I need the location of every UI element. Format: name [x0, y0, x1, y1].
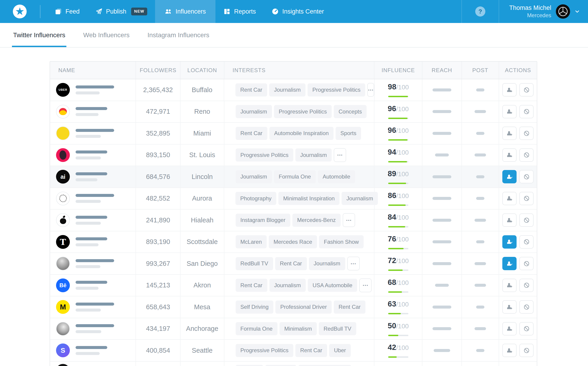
reach-cell: [422, 188, 462, 209]
follow-button[interactable]: [502, 257, 517, 270]
block-button[interactable]: [519, 148, 534, 162]
block-button[interactable]: [519, 322, 534, 336]
block-button[interactable]: [519, 257, 534, 270]
follow-button[interactable]: [502, 279, 517, 292]
interests-cell: Self DrivingProfessional DriverRent Car: [224, 296, 375, 318]
influencer-row[interactable]: 482,552AuroraPhotographyMinimalist Inspi…: [50, 188, 537, 210]
influence-score: 89/100: [388, 169, 409, 178]
location: Seattle: [192, 347, 212, 354]
name-placeholder: [75, 107, 107, 116]
block-button[interactable]: [519, 279, 534, 292]
reach-cell: [422, 362, 462, 366]
person-check-icon: [506, 260, 513, 267]
reach-placeholder: [432, 197, 451, 200]
star-icon: ★: [15, 6, 24, 16]
block-button[interactable]: [519, 300, 534, 314]
interest-tag: Rent Car: [236, 279, 267, 292]
influencer-row[interactable]: S400,854SeattleProgressive PoliticsRent …: [50, 340, 537, 362]
follow-button[interactable]: [502, 83, 517, 97]
tab-twitter-influencers[interactable]: Twitter Influencers: [13, 23, 65, 47]
person-add-icon: [506, 195, 513, 202]
follow-button[interactable]: [502, 300, 517, 314]
name-placeholder: [75, 151, 107, 160]
influencer-row[interactable]: M658,643MesaSelf DrivingProfessional Dri…: [50, 296, 537, 318]
dark-logo: [56, 364, 70, 366]
interest-tag: Photography: [235, 192, 276, 205]
nav-item-feed[interactable]: Feed: [47, 0, 88, 23]
tab-instagram-influencers[interactable]: Instagram Influencers: [147, 23, 209, 47]
nav-item-insights-center[interactable]: Insights Center: [264, 0, 332, 23]
more-interests-button[interactable]: ...: [367, 83, 374, 97]
follow-button[interactable]: [502, 192, 517, 205]
nav-item-influencers[interactable]: Influencers: [155, 0, 215, 23]
influencer-row[interactable]: T893,190ScottsdaleMcLarenMercedes RaceFa…: [50, 231, 537, 253]
block-button[interactable]: [519, 214, 534, 227]
nav-item-label: Publish: [106, 8, 127, 15]
follow-button[interactable]: [502, 105, 517, 118]
follow-button[interactable]: [502, 214, 517, 227]
followers-count: 434,197: [146, 325, 170, 332]
actions-cell: [499, 210, 537, 231]
influence-bar-fill: [388, 356, 397, 358]
influence-denominator: /100: [396, 106, 409, 113]
column-header-actions: ACTIONS: [499, 61, 537, 79]
influencer-row[interactable]: ai684,576LincolnJournalismFormula OneAut…: [50, 166, 537, 188]
influencer-row[interactable]: 893,150St. LouisProgressive PoliticsJour…: [50, 145, 537, 166]
post-placeholder: [476, 197, 484, 200]
influencer-row[interactable]: 434,197AnchorageFormula OneMinimalismRed…: [50, 318, 537, 340]
follow-button[interactable]: [502, 148, 517, 162]
block-button[interactable]: [519, 192, 534, 205]
influencer-row[interactable]: Bē145,213AkronRent CarJournalismUSA Auto…: [50, 275, 537, 297]
influence-denominator: /100: [396, 323, 409, 330]
influence-cell: 96/100: [374, 123, 422, 144]
follow-button[interactable]: [502, 322, 517, 336]
followers-cell: 893,150: [136, 145, 181, 166]
block-button[interactable]: [519, 83, 534, 97]
name-bar: [75, 92, 100, 94]
name-bar: [75, 324, 114, 327]
name-placeholder: [75, 129, 114, 138]
block-button[interactable]: [519, 344, 534, 357]
block-button[interactable]: [519, 170, 534, 183]
influencer-row[interactable]: UBER2,365,432BuffaloRent CarJournalismPr…: [50, 79, 537, 101]
premier-league-logo: [56, 148, 70, 162]
name-bar: [75, 265, 100, 268]
name-cell: T: [50, 231, 136, 253]
more-interests-button[interactable]: ...: [347, 257, 360, 270]
follow-button[interactable]: [502, 170, 517, 183]
influencer-row[interactable]: 993,267San DiegoRedBull TVRent CarJourna…: [50, 253, 537, 275]
more-interests-button[interactable]: ...: [334, 148, 346, 162]
tab-web-influencers[interactable]: Web Influencers: [83, 23, 129, 47]
interests-cell: PhotographyMinimalist InspirationJournal…: [224, 188, 375, 209]
interest-tag: RedBull TV: [319, 322, 356, 335]
influence-bar-fill: [388, 139, 407, 141]
interest-tag: Automobile: [318, 170, 355, 183]
name-cell: ai: [50, 166, 136, 188]
apple-leaf: [62, 215, 66, 219]
interest-tag: Formula One: [274, 170, 316, 183]
more-interests-button[interactable]: ...: [343, 213, 355, 227]
user-menu[interactable]: Thomas Michel Mercedes: [509, 4, 580, 19]
block-button[interactable]: [519, 105, 534, 118]
block-button[interactable]: [519, 235, 534, 249]
location: Buffalo: [192, 86, 212, 94]
nav-item-reports[interactable]: Reports: [215, 0, 264, 23]
actions-cell: [499, 123, 537, 144]
block-button[interactable]: [519, 127, 534, 140]
nav-divider: [499, 0, 499, 23]
nav-item-publish[interactable]: Publish NEW: [88, 0, 155, 23]
influencer-row[interactable]: [50, 362, 537, 366]
influencer-row[interactable]: 241,890HialeahInstagram BloggerMercedes-…: [50, 210, 537, 231]
influencer-row[interactable]: 352,895MiamiRent CarAutomobile Inspirati…: [50, 123, 537, 145]
follow-button[interactable]: [502, 235, 517, 249]
followers-cell: 993,267: [136, 253, 181, 274]
follow-button[interactable]: [502, 344, 517, 357]
more-interests-button[interactable]: ...: [359, 278, 372, 292]
influencer-row[interactable]: 472,971RenoJournalismProgressive Politic…: [50, 101, 537, 123]
help-button[interactable]: ?: [475, 7, 485, 16]
follow-button[interactable]: [502, 127, 517, 140]
influence-denominator: /100: [396, 192, 409, 199]
ellipsis-icon: ...: [346, 215, 352, 222]
newspaper-t-logo: T: [56, 235, 70, 249]
brand-logo[interactable]: ★: [13, 5, 27, 18]
